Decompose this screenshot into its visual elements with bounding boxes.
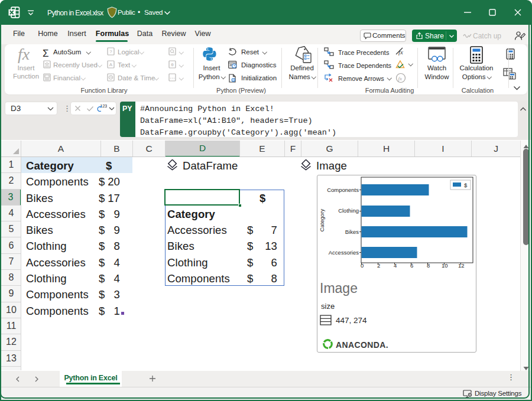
svg-text:$: $ — [464, 182, 468, 188]
svg-text:Bikes: Bikes — [345, 229, 359, 235]
svg-text:?: ? — [109, 49, 112, 54]
svg-text:Clothing: Clothing — [338, 207, 359, 214]
svg-text:⋯: ⋯ — [170, 75, 175, 81]
svg-text:θ: θ — [171, 62, 174, 67]
svg-text:Category: Category — [319, 208, 325, 232]
svg-text:A: A — [109, 62, 113, 67]
svg-text:Accessories: Accessories — [329, 249, 359, 256]
svg-text:fx: fx — [398, 48, 403, 56]
svg-text:fx: fx — [398, 76, 403, 81]
svg-text:Components: Components — [327, 187, 359, 193]
